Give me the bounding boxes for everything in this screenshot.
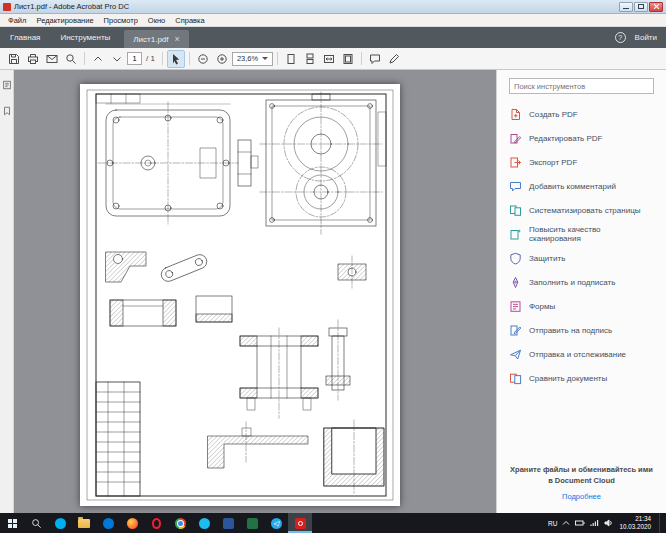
chevron-up-icon[interactable] — [562, 519, 570, 527]
acrobat-taskbar-button[interactable] — [288, 513, 312, 533]
network-icon[interactable] — [590, 519, 599, 527]
export-pdf-icon — [509, 156, 522, 169]
tool-organize-pages[interactable]: Систематизировать страницы — [509, 198, 654, 222]
single-page-view-button[interactable] — [282, 50, 300, 68]
zoom-out-button[interactable] — [194, 50, 212, 68]
caret-down-icon — [262, 57, 268, 60]
tab-close-icon[interactable]: × — [175, 35, 180, 44]
menu-edit[interactable]: Редактирование — [31, 16, 98, 25]
zoom-in-icon — [216, 53, 228, 65]
volume-icon[interactable] — [604, 519, 614, 527]
tab-tools[interactable]: Инструменты — [50, 27, 120, 48]
tool-protect[interactable]: Защитить — [509, 246, 654, 270]
tool-export-pdf[interactable]: Экспорт PDF — [509, 150, 654, 174]
tool-label: Отправить на подпись — [529, 326, 612, 335]
email-button[interactable] — [43, 50, 61, 68]
zoom-in-button[interactable] — [213, 50, 231, 68]
tool-fill-sign[interactable]: Заполнить и подписать — [509, 270, 654, 294]
menu-bar: Файл Редактирование Просмотр Окно Справк… — [0, 14, 666, 27]
show-desktop-button[interactable] — [659, 513, 663, 533]
tool-create-pdf[interactable]: Создать PDF — [509, 102, 654, 126]
menu-help[interactable]: Справка — [170, 16, 209, 25]
add-comment-button[interactable] — [366, 50, 384, 68]
ie-button[interactable] — [192, 513, 216, 533]
battery-icon[interactable] — [575, 519, 585, 527]
help-button[interactable]: ? — [615, 32, 626, 43]
tab-document[interactable]: Лист1.pdf × — [124, 30, 188, 48]
tool-label: Редактировать PDF — [529, 134, 602, 143]
save-button[interactable] — [5, 50, 23, 68]
print-button[interactable] — [24, 50, 42, 68]
system-tray: RU 21:34 10.03.2020 — [548, 513, 666, 533]
tool-edit-pdf[interactable]: Редактировать PDF — [509, 126, 654, 150]
tool-label: Сравнить документы — [529, 374, 607, 383]
tool-label: Отправка и отслеживание — [529, 350, 626, 359]
taskbar-search-icon — [31, 518, 42, 529]
taskbar-clock[interactable]: 21:34 10.03.2020 — [619, 515, 651, 531]
opera-button[interactable] — [144, 513, 168, 533]
learn-more-link[interactable]: Подробнее — [509, 492, 654, 501]
tools-sidebar: Создать PDF Редактировать PDF Экспорт PD… — [496, 70, 666, 513]
bookmarks-icon — [2, 106, 12, 116]
bookmarks-panel-button[interactable] — [2, 102, 12, 120]
draw-tool-button[interactable] — [385, 50, 403, 68]
fit-width-button[interactable] — [320, 50, 338, 68]
enhance-scans-icon — [509, 228, 522, 241]
tool-label: Повысить качество сканирования — [529, 225, 654, 243]
fill-sign-icon — [509, 276, 522, 289]
next-page-button[interactable] — [108, 50, 126, 68]
acrobat-icon — [295, 518, 306, 529]
menu-window[interactable]: Окно — [143, 16, 170, 25]
tool-compare-documents[interactable]: Сравнить документы — [509, 366, 654, 390]
ie-icon — [199, 518, 210, 529]
search-button[interactable] — [62, 50, 80, 68]
compare-documents-icon — [509, 372, 522, 385]
maximize-button[interactable] — [634, 2, 648, 12]
tool-enhance-scans[interactable]: Повысить качество сканирования — [509, 222, 654, 246]
sign-in-button[interactable]: Войти — [635, 33, 657, 42]
skype-button[interactable] — [48, 513, 72, 533]
select-tool-button[interactable] — [167, 50, 185, 68]
tab-home[interactable]: Главная — [0, 27, 50, 48]
clock-date: 10.03.2020 — [619, 523, 651, 531]
tool-add-comment[interactable]: Добавить комментарий — [509, 174, 654, 198]
tool-send-for-signature[interactable]: Отправить на подпись — [509, 318, 654, 342]
search-icon — [65, 53, 77, 65]
menu-file[interactable]: Файл — [3, 16, 31, 25]
chrome-button[interactable] — [168, 513, 192, 533]
telegram-button[interactable] — [264, 513, 288, 533]
word-button[interactable] — [216, 513, 240, 533]
tool-send-track[interactable]: Отправка и отслеживание — [509, 342, 654, 366]
send-track-icon — [509, 348, 522, 361]
tools-search-input[interactable] — [509, 78, 654, 94]
edge-button[interactable] — [96, 513, 120, 533]
page-count-label: / 1 — [146, 54, 155, 63]
taskbar-search-button[interactable] — [24, 513, 48, 533]
minimize-button[interactable] — [619, 2, 633, 12]
file-explorer-button[interactable] — [72, 513, 96, 533]
page-number-input[interactable] — [127, 52, 142, 65]
close-button[interactable] — [649, 2, 663, 12]
window-title: Лист1.pdf - Adobe Acrobat Pro DC — [14, 2, 129, 11]
firefox-icon — [127, 518, 138, 529]
tool-forms[interactable]: Формы — [509, 294, 654, 318]
excel-button[interactable] — [240, 513, 264, 533]
fit-page-button[interactable] — [339, 50, 357, 68]
scrolling-view-button[interactable] — [301, 50, 319, 68]
edit-pdf-icon — [509, 132, 522, 145]
start-button[interactable] — [0, 513, 24, 533]
pdf-page[interactable] — [80, 84, 400, 506]
thumbnails-panel-button[interactable] — [2, 76, 12, 94]
previous-page-button[interactable] — [89, 50, 107, 68]
zoom-level-dropdown[interactable]: 23,6% — [232, 52, 273, 66]
toolbar-separator — [84, 52, 85, 65]
language-indicator[interactable]: RU — [548, 520, 557, 527]
minimize-icon — [623, 8, 629, 10]
forms-icon — [509, 300, 522, 313]
word-icon — [223, 518, 234, 529]
firefox-button[interactable] — [120, 513, 144, 533]
page-down-icon — [111, 53, 123, 65]
document-canvas[interactable] — [14, 70, 496, 513]
menu-view[interactable]: Просмотр — [99, 16, 143, 25]
edge-icon — [103, 518, 114, 529]
